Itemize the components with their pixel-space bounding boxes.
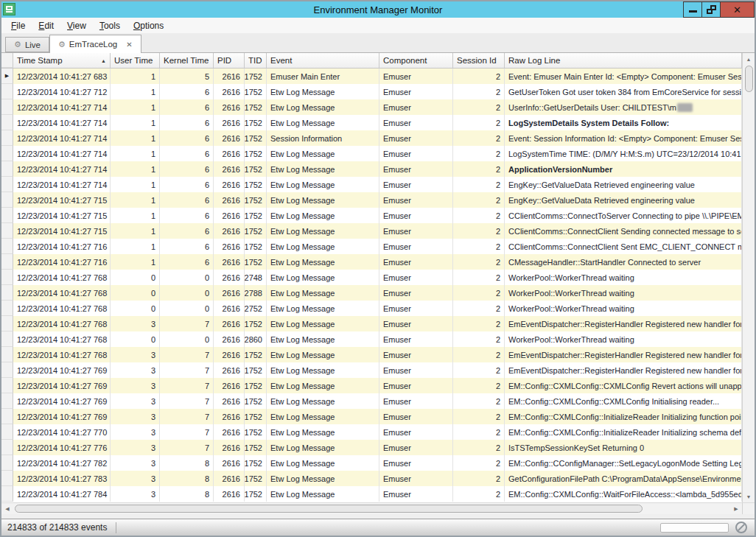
row-selector-cell[interactable] (1, 393, 13, 409)
table-row[interactable]: 12/23/2014 10:41:27 768 0 0 2616 2788 Et… (1, 285, 742, 301)
cell-raw-log-line: EM::Config::CXMLConfig::InitializeReader… (505, 409, 742, 424)
menu-edit[interactable]: Edit (32, 19, 60, 32)
cell-event: Etw Log Message (267, 409, 379, 424)
cell-event: Etw Log Message (267, 99, 379, 115)
table-row[interactable]: 12/23/2014 10:41:27 714 1 6 2616 1752 Et… (1, 99, 742, 115)
table-row[interactable]: 12/23/2014 10:41:27 776 3 7 2616 1752 Et… (1, 440, 742, 455)
scroll-right-icon[interactable]: ▶ (730, 506, 742, 512)
cell-user-time: 3 (111, 424, 160, 440)
row-selector-cell[interactable] (1, 378, 13, 393)
row-selector-cell[interactable] (1, 99, 13, 115)
cell-pid: 2616 (214, 130, 245, 146)
column-header-pid[interactable]: PID (214, 53, 245, 68)
row-selector-cell[interactable] (1, 161, 13, 177)
row-selector-cell[interactable] (1, 347, 13, 362)
menu-tools[interactable]: Tools (93, 19, 127, 32)
cell-user-time: 3 (111, 440, 160, 455)
cell-tid: 1752 (245, 424, 267, 440)
table-row[interactable]: 12/23/2014 10:41:27 769 3 7 2616 1752 Et… (1, 393, 742, 409)
tab-live[interactable]: ⚙ Live (5, 37, 49, 52)
row-selector-cell[interactable] (1, 192, 13, 208)
cell-session-id: 2 (453, 177, 505, 192)
cell-event: Etw Log Message (267, 316, 379, 331)
column-header-event[interactable]: Event (267, 53, 379, 68)
tab-close-icon[interactable]: ✕ (126, 41, 132, 49)
row-selector-cell[interactable] (1, 84, 13, 99)
horizontal-scrollbar-thumb[interactable] (15, 505, 643, 513)
table-row[interactable]: 12/23/2014 10:41:27 769 3 7 2616 1752 Et… (1, 409, 742, 424)
table-row[interactable]: 12/23/2014 10:41:27 768 0 0 2616 2748 Et… (1, 270, 742, 285)
row-selector-cell[interactable] (1, 254, 13, 270)
row-selector-cell[interactable] (1, 331, 13, 347)
table-row[interactable]: 12/23/2014 10:41:27 769 3 7 2616 1752 Et… (1, 362, 742, 378)
app-icon (3, 3, 15, 15)
scroll-down-icon[interactable]: ▼ (743, 491, 755, 502)
cancel-icon[interactable] (735, 522, 747, 533)
cell-tid: 2860 (245, 331, 267, 347)
row-selector-cell[interactable] (1, 146, 13, 161)
menu-view[interactable]: View (60, 19, 93, 32)
table-row[interactable]: 12/23/2014 10:41:27 714 1 6 2616 1752 Et… (1, 177, 742, 192)
row-selector-cell[interactable] (1, 440, 13, 455)
row-selector-cell[interactable] (1, 424, 13, 440)
table-row[interactable]: 12/23/2014 10:41:27 782 3 8 2616 1752 Et… (1, 455, 742, 471)
row-selector-cell[interactable] (1, 130, 13, 146)
table-row[interactable]: 12/23/2014 10:41:27 770 3 7 2616 1752 Et… (1, 424, 742, 440)
vertical-scrollbar-thumb[interactable] (745, 66, 753, 92)
table-row[interactable]: 12/23/2014 10:41:27 714 1 6 2616 1752 Et… (1, 146, 742, 161)
row-selector-cell[interactable] (1, 301, 13, 316)
menu-options[interactable]: Options (127, 19, 170, 32)
cell-event: Etw Log Message (267, 208, 379, 223)
row-selector-cell[interactable] (1, 471, 13, 486)
row-selector-cell[interactable] (1, 239, 13, 254)
scroll-up-icon[interactable]: ▲ (743, 53, 755, 65)
row-selector-cell[interactable] (1, 270, 13, 285)
table-row[interactable]: 12/23/2014 10:41:27 768 3 7 2616 1752 Et… (1, 316, 742, 331)
row-selector-cell[interactable] (1, 362, 13, 378)
row-selector-cell[interactable] (1, 223, 13, 239)
table-row[interactable]: 12/23/2014 10:41:27 716 1 6 2616 1752 Et… (1, 254, 742, 270)
table-row[interactable]: 12/23/2014 10:41:27 714 1 6 2616 1752 Et… (1, 115, 742, 130)
cell-kernel-time: 6 (160, 239, 214, 254)
scroll-left-icon[interactable]: ◀ (1, 506, 13, 512)
column-header-component[interactable]: Component (379, 53, 453, 68)
row-selector-cell[interactable] (1, 177, 13, 192)
row-selector-cell[interactable] (1, 455, 13, 471)
menu-file[interactable]: File (4, 19, 32, 32)
row-selector-cell[interactable] (1, 208, 13, 223)
table-row[interactable]: 12/23/2014 10:41:27 783 3 8 2616 1752 Et… (1, 471, 742, 486)
table-row[interactable]: 12/23/2014 10:41:27 768 3 7 2616 1752 Et… (1, 347, 742, 362)
row-selector-cell[interactable] (1, 409, 13, 424)
cell-raw-log-line: ApplicationVersionNumber (505, 161, 742, 177)
table-row[interactable]: 12/23/2014 10:41:27 714 1 6 2616 1752 Se… (1, 130, 742, 146)
vertical-scrollbar[interactable]: ▲ ▼ (742, 53, 755, 502)
table-row[interactable]: 12/23/2014 10:41:27 712 1 6 2616 1752 Et… (1, 84, 742, 99)
row-selector-cell[interactable] (1, 115, 13, 130)
row-selector-cell[interactable] (1, 486, 13, 502)
column-header-tid[interactable]: TID (245, 53, 267, 68)
column-header-time-stamp[interactable]: Time Stamp ▲ (13, 53, 111, 68)
table-row[interactable]: 12/23/2014 10:41:27 769 3 7 2616 1752 Et… (1, 378, 742, 393)
table-row[interactable]: ▶ 12/23/2014 10:41:27 683 1 5 2616 1752 … (1, 69, 742, 84)
column-header-raw-log-line[interactable]: Raw Log Line (505, 53, 742, 68)
row-selector-cell[interactable] (1, 285, 13, 301)
tab-emtracelog[interactable]: ⚙ EmTraceLog ✕ (49, 35, 141, 53)
cell-session-id: 2 (453, 378, 505, 393)
row-selector-cell[interactable]: ▶ (1, 69, 13, 84)
column-header-kernel-time[interactable]: Kernel Time (160, 53, 214, 68)
table-row[interactable]: 12/23/2014 10:41:27 715 1 6 2616 1752 Et… (1, 223, 742, 239)
maximize-button[interactable] (702, 1, 721, 18)
table-row[interactable]: 12/23/2014 10:41:27 784 3 8 2616 1752 Et… (1, 486, 742, 502)
table-row[interactable]: 12/23/2014 10:41:27 715 1 6 2616 1752 Et… (1, 208, 742, 223)
minimize-button[interactable] (684, 1, 702, 18)
table-row[interactable]: 12/23/2014 10:41:27 715 1 6 2616 1752 Et… (1, 192, 742, 208)
table-row[interactable]: 12/23/2014 10:41:27 716 1 6 2616 1752 Et… (1, 239, 742, 254)
column-header-user-time[interactable]: User Time (111, 53, 160, 68)
column-header-session-id[interactable]: Session Id (453, 53, 505, 68)
table-row[interactable]: 12/23/2014 10:41:27 714 1 6 2616 1752 Et… (1, 161, 742, 177)
table-row[interactable]: 12/23/2014 10:41:27 768 0 0 2616 2860 Et… (1, 331, 742, 347)
table-row[interactable]: 12/23/2014 10:41:27 768 0 0 2616 2752 Et… (1, 301, 742, 316)
cell-user-time: 1 (111, 177, 160, 192)
row-selector-cell[interactable] (1, 316, 13, 331)
close-button[interactable]: ✕ (721, 1, 755, 18)
